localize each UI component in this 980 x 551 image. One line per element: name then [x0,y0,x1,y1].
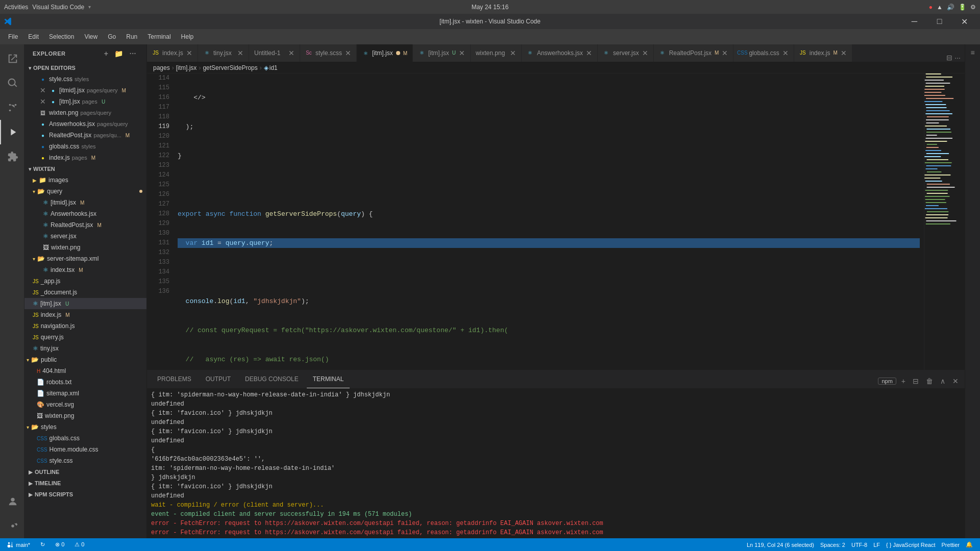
activity-explorer[interactable] [0,46,24,71]
tree-wixten-png-2[interactable]: 🖼 wixten.png [24,410,146,421]
close-panel-button[interactable]: ✕ [950,376,961,386]
activities-label[interactable]: Activities [4,4,28,11]
status-spaces[interactable]: Spaces: 2 [817,541,848,548]
status-warnings[interactable]: ⚠ 0 [71,541,87,548]
tree-wixten-png[interactable]: 🖼 wixten.png [24,242,146,253]
tab-answerhooks[interactable]: ⚛ Answerhooks.jsx ✕ [522,44,598,62]
status-encoding[interactable]: UTF-8 [848,541,870,548]
tree-server-sitemap[interactable]: ▾ 📂 server-sitemap.xml [24,253,146,264]
tab-realtedpost[interactable]: ⚛ RealtedPost.jsx M ✕ [654,44,734,62]
tab-close-1[interactable]: ✕ [186,49,192,57]
open-file-style-css[interactable]: ● style.css styles [24,73,146,85]
tree-style-css[interactable]: CSS style.css [24,455,146,466]
wixten-header[interactable]: ▾ WIXTEN [24,163,146,174]
tree-public-folder[interactable]: ▾ 📂 public [24,354,146,365]
tab-close-6[interactable]: ✕ [510,49,516,57]
activity-accounts[interactable] [0,489,24,514]
menu-file[interactable]: File [4,31,22,42]
outline-icon[interactable]: ≡ [968,46,976,59]
tab-close-4[interactable]: ✕ [345,49,351,57]
tab-globals-css[interactable]: CSS globals.css ✕ [733,44,794,62]
breadcrumb-pages[interactable]: pages [153,64,170,71]
open-file-itmid-jsx[interactable]: ✕ ● [itmid].jsx pages/query M [24,85,146,96]
close-button[interactable]: ✕ [953,14,976,29]
new-terminal-button[interactable]: + [899,376,908,386]
split-editor-button[interactable]: ⊟ [946,54,952,62]
tree-home-module-css[interactable]: CSS Home.module.css [24,444,146,455]
tree-globals-css[interactable]: CSS globals.css [24,433,146,444]
status-language[interactable]: { } JavaScript React [883,541,939,548]
open-file-realtedpost[interactable]: ● RealtedPost.jsx pages/qu... M [24,130,146,141]
tab-style-scss[interactable]: Sc style.scss ✕ [300,44,357,62]
activity-settings[interactable] [0,514,24,538]
tree-server-jsx[interactable]: ⚛ server.jsx [24,231,146,242]
tab-close-7[interactable]: ✕ [586,49,592,57]
panel-tab-terminal[interactable]: TERMINAL [307,370,350,388]
timeline-header[interactable]: ▶ TIMELINE [24,478,146,489]
breadcrumb-itm-jsx[interactable]: [itm].jsx [176,64,197,71]
new-file-button[interactable]: + [102,48,111,59]
tree-tiny-jsx[interactable]: ⚛ tiny.jsx [24,343,146,354]
maximize-panel-button[interactable]: ∧ [938,376,947,386]
menu-edit[interactable]: Edit [24,31,43,42]
tree-document-js[interactable]: JS _document.js [24,287,146,298]
tree-realtedpost[interactable]: ⚛ RealtedPost.jsx M [24,219,146,231]
status-cursor[interactable]: Ln 119, Col 24 (6 selected) [744,541,817,548]
menu-go[interactable]: Go [104,31,120,42]
status-errors[interactable]: ⊗ 0 [52,541,67,548]
status-feedback[interactable]: 🔔 [963,541,976,548]
panel-tab-debug[interactable]: DEBUG CONSOLE [239,370,305,388]
tree-querry-js[interactable]: JS querry.js [24,332,146,343]
tab-close-11[interactable]: ✕ [841,49,847,57]
tab-itm-jsx-u[interactable]: ⚛ [itm].jsx U ✕ [413,44,471,62]
menu-help[interactable]: Help [177,31,198,42]
code-editor[interactable]: 114 115 116 117 118 119 120 121 122 123 … [147,73,965,370]
menu-view[interactable]: View [80,31,102,42]
open-file-wixten-png[interactable]: 🖼 wixten.png pages/query [24,107,146,118]
tree-answerhooks[interactable]: ⚛ Answerhooks.jsx [24,208,146,219]
tab-index-js[interactable]: JS index.js ✕ [147,44,198,62]
tab-index-js-2[interactable]: JS index.js M ✕ [794,44,852,62]
terminal-content[interactable]: { itm: 'spiderman-no-way-home-release-da… [147,388,965,538]
menu-selection[interactable]: Selection [45,31,78,42]
code-content[interactable]: </> ); } export async function getServer… [174,73,924,370]
more-actions-button[interactable]: ··· [954,54,961,62]
tree-navigation-js[interactable]: JS navigation.js [24,320,146,332]
open-file-itm-jsx[interactable]: ✕ ● [itm].jsx pages U [24,96,146,107]
breadcrumb-id1[interactable]: ◈ id1 [264,64,278,71]
npm-scripts-header[interactable]: ▶ NPM SCRIPTS [24,489,146,500]
tree-robots-txt[interactable]: 📄 robots.txt [24,377,146,388]
tree-images-folder[interactable]: ▶ 📁 images [24,174,146,186]
tab-wixten-png[interactable]: wixten.png ✕ [471,44,522,62]
status-line-ending[interactable]: LF [870,541,883,548]
menu-terminal[interactable]: Terminal [143,31,175,42]
tab-close-5[interactable]: ✕ [459,49,465,57]
tab-close-10[interactable]: ✕ [782,49,789,57]
tab-itm-jsx-active[interactable]: ⚛ [itm].jsx M [357,44,413,62]
status-formatter[interactable]: Prettier [939,541,963,548]
tree-styles-folder[interactable]: ▾ 📂 styles [24,421,146,433]
activity-run[interactable] [0,120,24,144]
minimize-button[interactable]: ─ [903,14,926,29]
vscode-label[interactable]: Visual Studio Code [32,4,84,11]
tree-index-js[interactable]: JS index.js M [24,309,146,320]
kill-terminal-button[interactable]: 🗑 [924,376,935,386]
open-file-index-js[interactable]: ● index.js pages M [24,152,146,163]
tab-close-9[interactable]: ✕ [722,49,728,57]
menu-run[interactable]: Run [122,31,141,42]
tree-404[interactable]: H 404.html [24,365,146,377]
tree-itmid-jsx[interactable]: ⚛ [itmid].jsx M [24,197,146,208]
status-sync[interactable]: ↻ [37,541,48,548]
tree-vercel-svg[interactable]: 🎨 vercel.svg [24,399,146,410]
tab-close-3[interactable]: ✕ [288,49,295,57]
new-folder-button[interactable]: 📁 [112,48,126,59]
tab-close-2[interactable]: ✕ [237,49,243,57]
outline-header[interactable]: ▶ OUTLINE [24,466,146,478]
open-editors-header[interactable]: ▾ OPEN EDITORS [24,62,146,73]
tab-tiny-jsx[interactable]: ⚛ tiny.jsx ✕ [198,44,249,62]
panel-tab-output[interactable]: OUTPUT [200,370,237,388]
breadcrumb-getserversideprops[interactable]: getServerSideProps [203,64,257,71]
status-branch[interactable]: main* [4,541,33,548]
tab-server-jsx[interactable]: ⚛ server.jsx ✕ [598,44,654,62]
split-terminal-button[interactable]: ⊟ [911,376,921,386]
